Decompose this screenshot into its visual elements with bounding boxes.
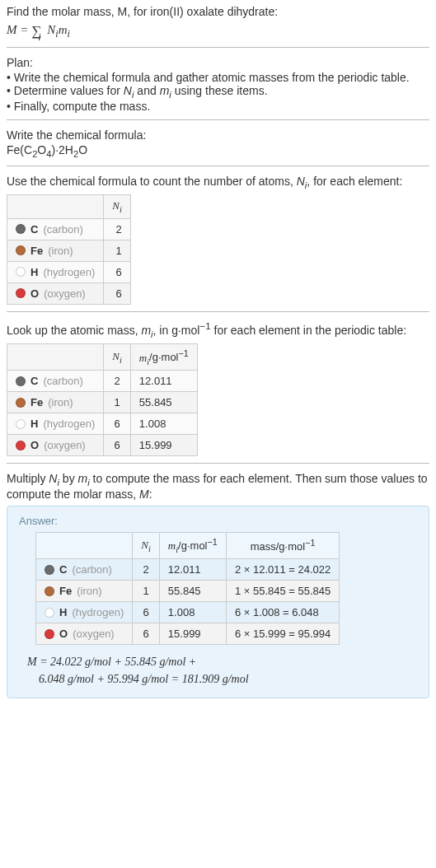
count-title: Use the chemical formula to count the nu… — [7, 175, 429, 190]
answer-box: Answer: Ni mi/g·mol−1 mass/g·mol−1 C (ca… — [7, 506, 429, 698]
table-row: H (hydrogen) 6 — [7, 261, 131, 282]
table-row: C (carbon) 2 12.011 2 × 12.011 = 24.022 — [36, 559, 340, 581]
answer-table: Ni mi/g·mol−1 mass/g·mol−1 C (carbon) 2 … — [35, 532, 340, 645]
element-dot-icon — [45, 608, 54, 618]
table-row: H (hydrogen) 6 1.008 6 × 1.008 = 6.048 — [36, 602, 340, 623]
answer-header-ni: Ni — [133, 533, 160, 559]
lookup-title: Look up the atomic mass, mi, in g·mol−1 … — [7, 320, 429, 338]
element-dot-icon — [16, 224, 26, 234]
table-row: Fe (iron) 1 — [7, 240, 131, 261]
table-row: H (hydrogen) 6 1.008 — [7, 413, 198, 435]
plan-list: Write the chemical formula and gather at… — [7, 71, 429, 113]
multiply-title: Multiply Ni by mi to compute the mass fo… — [7, 472, 429, 501]
table-row: O (oxygen) 6 15.999 6 × 15.999 = 95.994 — [36, 623, 340, 645]
divider — [7, 166, 429, 166]
table-row: Fe (iron) 1 55.845 1 × 55.845 = 55.845 — [36, 581, 340, 602]
answer-header-mi: mi/g·mol−1 — [159, 533, 226, 559]
element-dot-icon — [16, 398, 26, 408]
molar-mass-formula: M = ∑i Nimi — [7, 21, 429, 40]
lookup-table: Ni mi/g·mol−1 C (carbon) 2 12.011 Fe (ir… — [7, 343, 198, 456]
element-dot-icon — [45, 586, 54, 596]
element-dot-icon — [16, 267, 26, 277]
molar-mass-sum: M = 24.022 g/mol + 55.845 g/mol + 6.048 … — [27, 653, 417, 688]
table-row: C (carbon) 2 12.011 — [7, 371, 198, 392]
divider — [7, 463, 429, 464]
divider — [7, 119, 429, 120]
element-dot-icon — [16, 288, 26, 298]
plan-item: Write the chemical formula and gather at… — [7, 71, 429, 84]
element-dot-icon — [16, 245, 26, 255]
table-row: O (oxygen) 6 15.999 — [7, 435, 198, 456]
answer-header-mass: mass/g·mol−1 — [226, 533, 339, 559]
plan-item: Finally, compute the mass. — [7, 100, 429, 113]
chemical-formula: Fe(C2O4)·2H2O — [7, 143, 429, 159]
element-dot-icon — [45, 629, 54, 639]
divider — [7, 47, 429, 48]
plan-title: Plan: — [7, 56, 429, 69]
lookup-header-ni: Ni — [104, 344, 131, 371]
chem-title: Write the chemical formula: — [7, 128, 429, 142]
intro-line: Find the molar mass, M, for iron(II) oxa… — [7, 5, 429, 18]
divider — [7, 311, 429, 312]
table-row: Fe (iron) 1 55.845 — [7, 392, 198, 413]
table-row: O (oxygen) 6 — [7, 282, 131, 304]
element-dot-icon — [16, 441, 26, 450]
element-dot-icon — [16, 376, 26, 386]
count-table-header-blank — [7, 195, 104, 219]
plan-item: Determine values for Ni and mi using the… — [7, 84, 429, 100]
table-row: C (carbon) 2 — [7, 218, 131, 240]
answer-label: Answer: — [19, 515, 417, 527]
element-dot-icon — [45, 565, 54, 575]
count-table-header-ni: Ni — [104, 195, 131, 219]
lookup-header-mi: mi/g·mol−1 — [130, 344, 197, 371]
element-dot-icon — [16, 419, 26, 429]
count-table: Ni C (carbon) 2 Fe (iron) 1 H (hydrogen)… — [7, 194, 131, 305]
